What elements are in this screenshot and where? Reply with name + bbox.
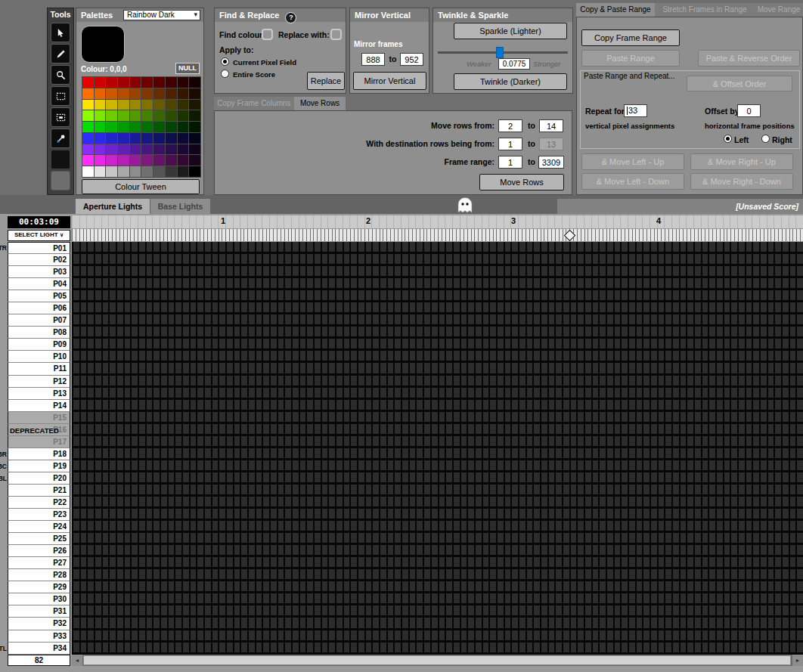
tab-aperture-lights[interactable]: Aperture Lights — [76, 199, 150, 214]
light-row-label-P34[interactable]: P34 — [8, 643, 70, 655]
palette-swatch[interactable] — [189, 100, 200, 110]
palette-swatch[interactable] — [141, 144, 153, 155]
palette-swatch[interactable] — [178, 77, 189, 88]
light-row-label-P25[interactable]: P25 — [8, 533, 70, 545]
paste-range-button[interactable]: Paste Range — [581, 50, 680, 67]
paste-reverse-order-button[interactable]: Paste & Reverse Order — [698, 50, 800, 67]
sequence-grid-row-P18[interactable] — [72, 448, 803, 460]
light-row-label-P26[interactable]: P26 — [8, 545, 70, 557]
light-row-label-P13[interactable]: P13 — [8, 388, 70, 400]
palette-swatch[interactable] — [95, 155, 106, 166]
scroll-right-arrow[interactable]: ► — [792, 655, 803, 666]
light-row-label-P20[interactable]: P20 — [8, 472, 70, 485]
palette-swatch[interactable] — [118, 166, 129, 177]
palette-swatch[interactable] — [130, 133, 141, 144]
sequence-grid-row-P16[interactable] — [72, 424, 803, 436]
palette-swatch[interactable] — [106, 133, 117, 144]
palette-swatch[interactable] — [130, 88, 141, 99]
sequence-grid-row-P17[interactable] — [72, 436, 803, 448]
palette-swatch[interactable] — [178, 133, 189, 144]
sequence-grid-row-P14[interactable] — [72, 400, 803, 412]
sequence-grid-row-P22[interactable] — [72, 497, 803, 509]
light-row-label-P10[interactable]: P10 — [8, 351, 70, 363]
palette-swatch[interactable] — [106, 155, 117, 166]
move-range-button-4[interactable]: & Move Right - Down — [690, 173, 793, 190]
palette-swatch[interactable] — [82, 110, 94, 121]
palette-swatch[interactable] — [118, 133, 129, 144]
move-rows-from-input[interactable] — [498, 119, 522, 132]
palette-swatch[interactable] — [82, 166, 94, 177]
marquee-fill-tool[interactable] — [51, 107, 70, 127]
copy-frame-range-button[interactable]: Copy Frame Range — [581, 29, 680, 46]
right-radio[interactable] — [761, 135, 770, 143]
sequence-grid-row-P32[interactable] — [72, 618, 803, 630]
sequence-grid-row-P33[interactable] — [72, 630, 803, 643]
sequence-grid-row-P34[interactable] — [72, 643, 803, 655]
playhead-marker[interactable] — [564, 230, 576, 242]
light-row-label-P02[interactable]: P02 — [8, 254, 70, 266]
palette-swatch[interactable] — [130, 122, 141, 132]
palette-swatch[interactable] — [130, 144, 141, 155]
palette-swatch[interactable] — [153, 77, 165, 88]
palette-swatch[interactable] — [141, 100, 153, 110]
palette-swatch[interactable] — [178, 88, 189, 99]
destination-from-input[interactable] — [498, 138, 522, 150]
palette-swatch[interactable] — [189, 133, 200, 144]
sequence-grid-row-P28[interactable] — [72, 569, 803, 581]
palette-swatch[interactable] — [178, 166, 189, 177]
marquee-select-tool[interactable] — [51, 86, 70, 106]
palette-swatch[interactable] — [141, 77, 153, 88]
light-row-label-P04[interactable]: P04 — [8, 278, 70, 290]
sequence-grid-row-P31[interactable] — [72, 605, 803, 618]
palette-swatch[interactable] — [95, 133, 106, 144]
palette-swatch[interactable] — [153, 88, 165, 99]
draw-tool[interactable] — [51, 44, 70, 63]
frame-range-from-input[interactable] — [498, 156, 522, 169]
scroll-left-arrow[interactable]: ◄ — [72, 655, 82, 666]
sequence-grid-row-P29[interactable] — [72, 581, 803, 593]
palette-swatch[interactable] — [153, 110, 165, 121]
tab-stretch-frames[interactable]: Stretch Frames in Range — [655, 3, 755, 17]
palette-swatch[interactable] — [189, 166, 200, 177]
palette-swatch[interactable] — [118, 77, 129, 88]
palette-swatch[interactable] — [82, 88, 94, 99]
light-row-label-P22[interactable]: P22 — [8, 497, 70, 509]
help-icon[interactable]: ? — [285, 12, 296, 23]
mirror-to-input[interactable] — [400, 53, 423, 66]
light-row-label-P21[interactable]: P21 — [8, 485, 70, 497]
find-colour-swatch[interactable] — [262, 29, 273, 40]
palette-swatch[interactable] — [166, 155, 177, 166]
palette-swatch[interactable] — [118, 122, 129, 132]
sequence-grid-row-P19[interactable] — [72, 460, 803, 472]
sequence-grid-row-P11[interactable] — [72, 363, 803, 375]
palette-swatch[interactable] — [106, 110, 117, 121]
palette-swatch[interactable] — [130, 166, 141, 177]
sparkle-lighter-button[interactable]: Sparkle (Lighter) — [454, 23, 567, 39]
sequence-grid-row-P07[interactable] — [72, 314, 803, 327]
sequence-grid-row-P23[interactable] — [72, 509, 803, 521]
sequence-grid-row-P02[interactable] — [72, 254, 803, 266]
palette-swatch[interactable] — [106, 88, 117, 99]
light-row-label-P27[interactable]: P27 — [8, 557, 70, 569]
light-row-label-P05[interactable]: P05 — [8, 290, 70, 302]
palette-swatch[interactable] — [82, 77, 94, 88]
palette-swatch[interactable] — [166, 122, 177, 132]
palette-swatch[interactable] — [178, 155, 189, 166]
light-row-label-P24[interactable]: P24 — [8, 521, 70, 533]
tab-move-range[interactable]: Move Range — [755, 3, 803, 17]
sequence-grid-row-P26[interactable] — [72, 545, 803, 557]
sequence-grid-row-P21[interactable] — [72, 485, 803, 497]
palette-swatch[interactable] — [82, 144, 94, 155]
light-row-label-P09[interactable]: P09 — [8, 339, 70, 351]
light-row-label-P16[interactable]: P16DEPRECATED — [8, 424, 70, 436]
palette-swatch[interactable] — [141, 133, 153, 144]
palette-swatch[interactable] — [166, 110, 177, 121]
frame-range-to-input[interactable] — [538, 156, 564, 169]
light-row-label-P31[interactable]: P31 — [8, 605, 70, 618]
tab-move-rows[interactable]: Move Rows — [294, 97, 346, 110]
palette-swatch[interactable] — [95, 110, 106, 121]
palette-swatch[interactable] — [130, 100, 141, 110]
sequence-grid[interactable] — [72, 242, 803, 655]
sequence-grid-row-P08[interactable] — [72, 327, 803, 339]
palette-swatch[interactable] — [141, 88, 153, 99]
